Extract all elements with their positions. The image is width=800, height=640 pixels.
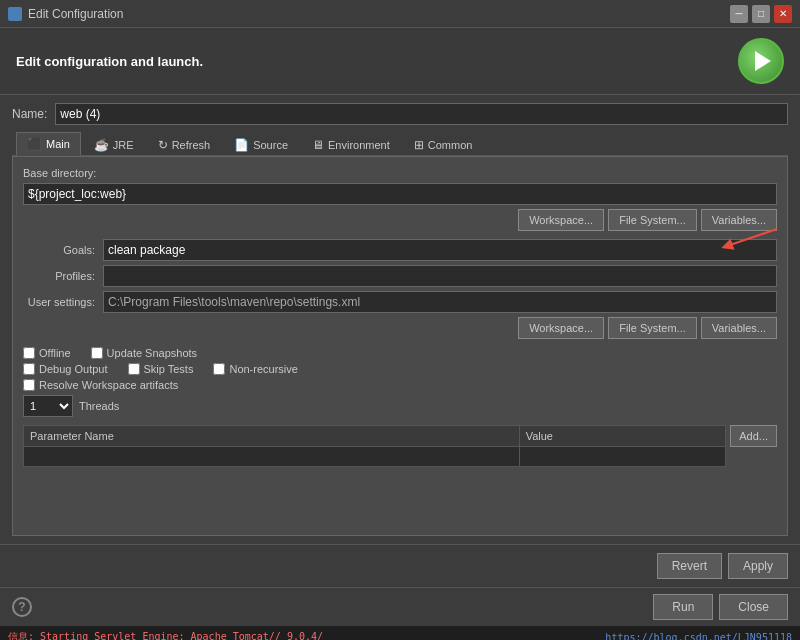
base-dir-button-row: Workspace... File System... Variables... bbox=[23, 209, 777, 231]
base-directory-label: Base directory: bbox=[23, 167, 777, 179]
user-settings-button-row: Workspace... File System... Variables... bbox=[23, 317, 777, 339]
checkboxes-section: Offline Update Snapshots Debug Output Sk… bbox=[23, 347, 777, 391]
main-tab-icon: ⬛ bbox=[27, 137, 42, 151]
skip-tests-label: Skip Tests bbox=[144, 363, 194, 375]
header-description: Edit configuration and launch. bbox=[16, 54, 203, 69]
goals-label: Goals: bbox=[23, 244, 103, 256]
name-row: Name: bbox=[12, 103, 788, 125]
source-tab-icon: 📄 bbox=[234, 138, 249, 152]
run-button[interactable]: Run bbox=[653, 594, 713, 620]
maximize-button[interactable]: □ bbox=[752, 5, 770, 23]
offline-checkbox-item[interactable]: Offline bbox=[23, 347, 71, 359]
update-snapshots-label: Update Snapshots bbox=[107, 347, 198, 359]
tab-common[interactable]: ⊞ Common bbox=[403, 133, 484, 156]
tab-environment[interactable]: 🖥 Environment bbox=[301, 133, 401, 156]
resolve-workspace-label: Resolve Workspace artifacts bbox=[39, 379, 178, 391]
goals-row: Goals: bbox=[23, 239, 777, 261]
help-button[interactable]: ? bbox=[12, 597, 32, 617]
param-value-header: Value bbox=[519, 426, 726, 447]
main-tab-content: Base directory: Workspace... File System… bbox=[12, 156, 788, 536]
file-system-button-1[interactable]: File System... bbox=[608, 209, 697, 231]
tab-main[interactable]: ⬛ Main bbox=[16, 132, 81, 156]
resolve-workspace-checkbox[interactable] bbox=[23, 379, 35, 391]
jre-tab-icon: ☕ bbox=[94, 138, 109, 152]
file-system-button-2[interactable]: File System... bbox=[608, 317, 697, 339]
user-settings-input[interactable] bbox=[103, 291, 777, 313]
checkbox-row-1: Offline Update Snapshots bbox=[23, 347, 777, 359]
tab-source[interactable]: 📄 Source bbox=[223, 133, 299, 156]
tabs-bar: ⬛ Main ☕ JRE ↻ Refresh 📄 Source 🖥 Enviro… bbox=[12, 131, 788, 156]
bottom-right-buttons: Revert Apply bbox=[657, 553, 788, 579]
minimize-button[interactable]: ─ bbox=[730, 5, 748, 23]
workspace-button-1[interactable]: Workspace... bbox=[518, 209, 604, 231]
parameter-table: Parameter Name Value bbox=[23, 425, 726, 467]
checkbox-row-2: Debug Output Skip Tests Non-recursive bbox=[23, 363, 777, 375]
tab-jre-label: JRE bbox=[113, 139, 134, 151]
offline-label: Offline bbox=[39, 347, 71, 359]
title-bar: Edit Configuration ─ □ ✕ bbox=[0, 0, 800, 28]
refresh-tab-icon: ↻ bbox=[158, 138, 168, 152]
bottom-bar: Revert Apply bbox=[0, 544, 800, 587]
add-parameter-button[interactable]: Add... bbox=[730, 425, 777, 447]
log-url: https://blog.csdn.net/LJN951118 bbox=[605, 632, 792, 641]
tab-common-label: Common bbox=[428, 139, 473, 151]
profiles-label: Profiles: bbox=[23, 270, 103, 282]
dialog-body: Name: ⬛ Main ☕ JRE ↻ Refresh 📄 Source 🖥 … bbox=[0, 95, 800, 544]
skip-tests-checkbox[interactable] bbox=[128, 363, 140, 375]
close-window-button[interactable]: ✕ bbox=[774, 5, 792, 23]
user-settings-row: User settings: bbox=[23, 291, 777, 313]
tab-refresh[interactable]: ↻ Refresh bbox=[147, 133, 222, 156]
tab-main-label: Main bbox=[46, 138, 70, 150]
tab-refresh-label: Refresh bbox=[172, 139, 211, 151]
footer-right-buttons: Run Close bbox=[653, 594, 788, 620]
name-input[interactable] bbox=[55, 103, 788, 125]
tab-jre[interactable]: ☕ JRE bbox=[83, 133, 145, 156]
threads-row: 1 2 4 Threads bbox=[23, 395, 777, 417]
non-recursive-checkbox-item[interactable]: Non-recursive bbox=[213, 363, 297, 375]
param-value-cell bbox=[519, 447, 726, 467]
revert-button[interactable]: Revert bbox=[657, 553, 722, 579]
apply-button[interactable]: Apply bbox=[728, 553, 788, 579]
edit-config-icon bbox=[8, 7, 22, 21]
title-bar-left: Edit Configuration bbox=[8, 7, 123, 21]
debug-output-checkbox-item[interactable]: Debug Output bbox=[23, 363, 108, 375]
param-name-header: Parameter Name bbox=[24, 426, 520, 447]
param-name-cell bbox=[24, 447, 520, 467]
resolve-workspace-checkbox-item[interactable]: Resolve Workspace artifacts bbox=[23, 379, 178, 391]
skip-tests-checkbox-item[interactable]: Skip Tests bbox=[128, 363, 194, 375]
log-bar: 信息: Starting Servlet Engine: Apache Tomc… bbox=[0, 626, 800, 640]
tab-source-label: Source bbox=[253, 139, 288, 151]
update-snapshots-checkbox-item[interactable]: Update Snapshots bbox=[91, 347, 198, 359]
log-text: 信息: Starting Servlet Engine: Apache Tomc… bbox=[8, 630, 323, 640]
common-tab-icon: ⊞ bbox=[414, 138, 424, 152]
variables-button-1[interactable]: Variables... bbox=[701, 209, 777, 231]
checkbox-row-3: Resolve Workspace artifacts bbox=[23, 379, 777, 391]
title-bar-controls: ─ □ ✕ bbox=[730, 5, 792, 23]
variables-button-2[interactable]: Variables... bbox=[701, 317, 777, 339]
dialog-header: Edit configuration and launch. bbox=[0, 28, 800, 95]
run-launch-button[interactable] bbox=[738, 38, 784, 84]
user-settings-label: User settings: bbox=[23, 296, 103, 308]
profiles-row: Profiles: bbox=[23, 265, 777, 287]
threads-select[interactable]: 1 2 4 bbox=[23, 395, 73, 417]
base-directory-input[interactable] bbox=[23, 183, 777, 205]
close-button[interactable]: Close bbox=[719, 594, 788, 620]
name-label: Name: bbox=[12, 107, 47, 121]
offline-checkbox[interactable] bbox=[23, 347, 35, 359]
tab-environment-label: Environment bbox=[328, 139, 390, 151]
run-triangle-icon bbox=[755, 51, 771, 71]
workspace-button-2[interactable]: Workspace... bbox=[518, 317, 604, 339]
update-snapshots-checkbox[interactable] bbox=[91, 347, 103, 359]
threads-label: Threads bbox=[79, 400, 119, 412]
parameter-table-section: Parameter Name Value Add... bbox=[23, 425, 777, 467]
footer-bar: ? Run Close bbox=[0, 587, 800, 626]
non-recursive-label: Non-recursive bbox=[229, 363, 297, 375]
debug-output-label: Debug Output bbox=[39, 363, 108, 375]
debug-output-checkbox[interactable] bbox=[23, 363, 35, 375]
profiles-input[interactable] bbox=[103, 265, 777, 287]
table-row bbox=[24, 447, 726, 467]
non-recursive-checkbox[interactable] bbox=[213, 363, 225, 375]
environment-tab-icon: 🖥 bbox=[312, 138, 324, 152]
goals-input[interactable] bbox=[103, 239, 777, 261]
dialog-title: Edit Configuration bbox=[28, 7, 123, 21]
